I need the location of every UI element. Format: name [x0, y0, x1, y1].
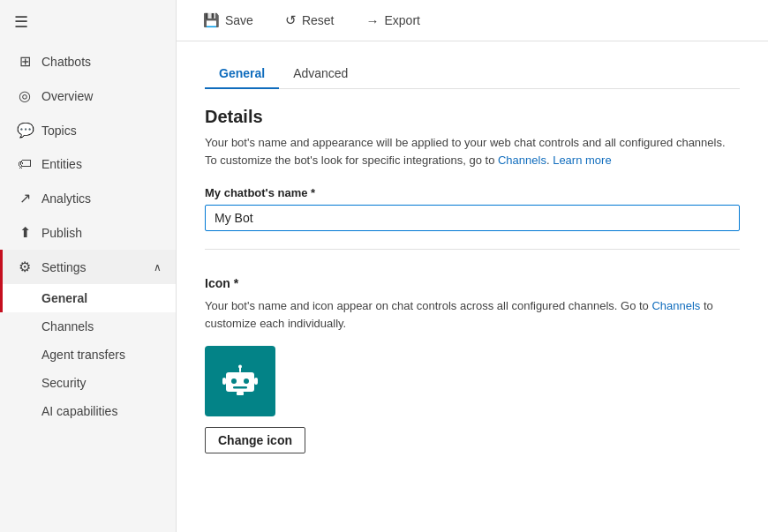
- toolbar: 💾 Save ↺ Reset → Export: [177, 0, 768, 41]
- sidebar-item-chatbots[interactable]: ⊞ Chatbots: [0, 44, 176, 79]
- icon-channels-link[interactable]: Channels: [651, 299, 700, 312]
- icon-section-desc: Your bot's name and icon appear on chat …: [205, 297, 740, 332]
- chatbot-name-input[interactable]: [205, 205, 740, 231]
- svg-point-1: [231, 378, 237, 384]
- save-label: Save: [225, 13, 253, 27]
- topics-icon: 💬: [17, 122, 33, 139]
- sidebar-item-topics[interactable]: 💬 Topics: [0, 113, 176, 147]
- learn-more-link[interactable]: Learn more: [553, 154, 611, 167]
- bot-icon-svg: [221, 362, 260, 401]
- tab-advanced[interactable]: Advanced: [279, 59, 362, 89]
- analytics-icon: ↗: [17, 190, 33, 206]
- sidebar-label-settings: Settings: [41, 260, 145, 274]
- publish-icon: ⬆: [17, 224, 33, 241]
- content-area: General Advanced Details Your bot's name…: [177, 41, 768, 532]
- sidebar-item-publish[interactable]: ⬆ Publish: [0, 215, 176, 250]
- sidebar-label-overview: Overview: [41, 89, 162, 103]
- save-button[interactable]: 💾 Save: [198, 9, 259, 32]
- sidebar-item-analytics[interactable]: ↗ Analytics: [0, 181, 176, 215]
- settings-icon: ⚙: [17, 259, 33, 275]
- svg-rect-0: [226, 372, 254, 392]
- reset-label: Reset: [302, 13, 335, 27]
- svg-point-2: [244, 378, 249, 384]
- svg-rect-6: [237, 392, 244, 395]
- chatbot-name-label: My chatbot's name *: [205, 186, 740, 199]
- svg-rect-7: [222, 378, 226, 385]
- subitem-label-security: Security: [41, 376, 87, 390]
- subitem-label-ai-capabilities: AI capabilities: [41, 404, 117, 418]
- chatbots-icon: ⊞: [17, 53, 33, 70]
- section-title: Details: [205, 107, 740, 127]
- details-desc-text1: Your bot's name and appearance will be a…: [205, 136, 726, 167]
- icon-desc-text1: Your bot's name and icon appear on chat …: [205, 299, 651, 312]
- reset-button[interactable]: ↺ Reset: [280, 9, 340, 32]
- svg-point-5: [238, 365, 242, 369]
- sidebar-item-settings[interactable]: ⚙ Settings ∧: [0, 250, 176, 284]
- details-section: Details Your bot's name and appearance w…: [205, 107, 740, 169]
- sidebar-subitem-ai-capabilities[interactable]: AI capabilities: [0, 397, 176, 425]
- tab-general[interactable]: General: [205, 59, 279, 89]
- sidebar-subitem-security[interactable]: Security: [0, 369, 176, 397]
- sidebar-item-overview[interactable]: ◎ Overview: [0, 79, 176, 113]
- sidebar-subitem-channels[interactable]: Channels: [0, 312, 176, 341]
- subitem-label-agent-transfers: Agent transfers: [41, 348, 125, 362]
- export-icon: →: [366, 13, 380, 28]
- settings-chevron-icon: ∧: [154, 261, 162, 273]
- hamburger-icon[interactable]: ☰: [0, 0, 176, 44]
- sidebar: ☰ ⊞ Chatbots ◎ Overview 💬 Topics 🏷 Entit…: [0, 0, 177, 532]
- sidebar-label-publish: Publish: [41, 226, 162, 240]
- sidebar-label-entities: Entities: [41, 157, 162, 171]
- main-content: 💾 Save ↺ Reset → Export General Advanced…: [177, 0, 768, 532]
- svg-rect-8: [254, 378, 258, 385]
- icon-section: Icon * Your bot's name and icon appear o…: [205, 276, 740, 453]
- divider: [205, 249, 740, 250]
- sidebar-item-entities[interactable]: 🏷 Entities: [0, 147, 176, 181]
- tabs: General Advanced: [205, 59, 740, 89]
- save-icon: 💾: [203, 12, 220, 28]
- sidebar-subitem-agent-transfers[interactable]: Agent transfers: [0, 341, 176, 369]
- entities-icon: 🏷: [17, 156, 33, 172]
- subitem-label-channels: Channels: [41, 319, 94, 333]
- sidebar-label-analytics: Analytics: [41, 191, 162, 206]
- overview-icon: ◎: [17, 87, 33, 104]
- export-button[interactable]: → Export: [361, 10, 425, 32]
- bot-icon-preview: [205, 346, 275, 416]
- subitem-label-general: General: [41, 291, 87, 305]
- section-description: Your bot's name and appearance will be a…: [205, 134, 740, 169]
- icon-section-title: Icon *: [205, 276, 740, 290]
- reset-icon: ↺: [285, 12, 297, 28]
- sidebar-subitem-general[interactable]: General: [0, 284, 176, 312]
- svg-rect-3: [233, 386, 247, 389]
- chatbot-name-field: My chatbot's name *: [205, 186, 740, 231]
- sidebar-label-chatbots: Chatbots: [41, 55, 162, 69]
- channels-link[interactable]: Channels: [498, 154, 546, 167]
- export-label: Export: [385, 13, 420, 27]
- sidebar-label-topics: Topics: [41, 124, 162, 138]
- change-icon-button[interactable]: Change icon: [205, 427, 305, 453]
